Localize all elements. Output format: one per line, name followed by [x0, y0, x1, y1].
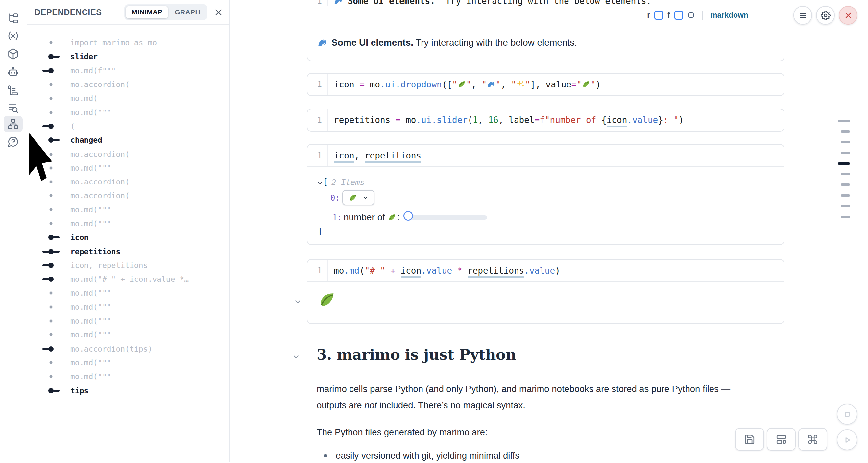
stop-button[interactable]	[837, 404, 858, 425]
scroll-dash[interactable]	[841, 205, 850, 207]
tuple-index-0: 0:	[331, 193, 340, 203]
scroll-dash[interactable]	[841, 141, 850, 143]
code-editor[interactable]: 1 repetitions = mo.ui.slider(1, 16, labe…	[307, 109, 784, 131]
close-icon	[843, 10, 853, 21]
minimap-item[interactable]: mo.md("""	[27, 161, 229, 175]
format-checkbox[interactable]	[674, 11, 683, 20]
minimap-item[interactable]: icon, repetitions	[27, 258, 229, 272]
code-editor[interactable]: 1 mo.md("# " + icon.value * repetitions.…	[307, 260, 784, 282]
minimap-item[interactable]: tips	[27, 383, 229, 397]
wave-emoji	[317, 38, 332, 48]
scroll-dash[interactable]	[841, 216, 850, 218]
rail-dependency-graph-button[interactable]	[4, 116, 23, 132]
info-icon[interactable]	[687, 11, 695, 19]
layout-button[interactable]	[767, 428, 796, 451]
minimap-item[interactable]: mo.accordion(	[27, 189, 229, 203]
next-cell-top-edge	[312, 462, 786, 462]
collapse-output-chevron-icon[interactable]	[293, 298, 302, 306]
close-panel-button[interactable]	[214, 8, 223, 17]
wave-emoji	[334, 0, 343, 6]
dependency-marker-both-icon	[40, 245, 62, 258]
rail-outline-search-button[interactable]	[4, 100, 23, 116]
slider-track[interactable]	[405, 215, 487, 220]
keyboard-shortcuts-button[interactable]	[798, 428, 827, 451]
minimap-item[interactable]: mo.md("# " + icon.value *…	[27, 272, 229, 286]
minimap-item[interactable]: mo.md(	[27, 91, 229, 105]
minimap-item[interactable]: mo.accordion(	[27, 175, 229, 189]
scroll-dash-current[interactable]	[838, 162, 850, 165]
code-line[interactable]: mo.md("# " + icon.value * repetitions.va…	[328, 266, 560, 276]
minimap-item[interactable]: mo.accordion(	[27, 78, 229, 91]
floppy-icon	[744, 434, 755, 445]
minimap-item[interactable]: mo.accordion(tips)	[27, 342, 229, 356]
minimap-item-label: icon, repetitions	[70, 261, 148, 270]
minimap-item[interactable]: mo.md("""	[27, 286, 229, 300]
minimap-item[interactable]: mo.md("""	[27, 217, 229, 230]
minimap-item[interactable]: mo.md("""	[27, 328, 229, 342]
rail-ai-assistant-button[interactable]	[4, 64, 23, 80]
minimap-item[interactable]: mo.md("""	[27, 356, 229, 370]
code-line[interactable]: icon = mo.ui.dropdown(["", "", ""], valu…	[328, 80, 601, 89]
scroll-dash[interactable]	[841, 194, 850, 197]
reactive-checkbox[interactable]	[654, 11, 663, 20]
tab-minimap[interactable]: MINIMAP	[126, 6, 168, 19]
minimap-item[interactable]: icon	[27, 230, 229, 244]
help-icon	[7, 136, 19, 148]
wave-emoji	[487, 80, 495, 89]
dependency-marker-none-icon	[40, 175, 62, 189]
minimap-item[interactable]: changed	[27, 133, 229, 147]
code-line[interactable]: Some UI elements. Try interacting with t…	[328, 0, 651, 6]
rail-variables-button[interactable]	[4, 28, 23, 44]
rail-help-button[interactable]	[4, 133, 23, 150]
minimap-item[interactable]: repetitions	[27, 244, 229, 258]
minimap-item[interactable]: mo.md("""	[27, 300, 229, 314]
minimap-item[interactable]: import marimo as mo	[27, 36, 229, 50]
scroll-dash[interactable]	[841, 184, 850, 186]
tab-graph[interactable]: GRAPH	[169, 6, 206, 19]
minimap-item[interactable]: mo.md("""	[27, 203, 229, 217]
code-line[interactable]: icon, repetitions	[328, 151, 421, 160]
settings-button[interactable]	[816, 6, 835, 25]
notebook-menu-button[interactable]	[794, 6, 812, 25]
rail-file-tree-button[interactable]	[4, 10, 23, 27]
minimap-item[interactable]: mo.md(f"""	[27, 64, 229, 78]
panel-title: DEPENDENCIES	[34, 7, 102, 17]
chevron-down-icon	[363, 195, 368, 200]
collapse-section-chevron-icon[interactable]	[292, 353, 300, 361]
markdown-language-badge[interactable]: markdown	[711, 11, 748, 20]
rail-logs-button[interactable]	[4, 82, 23, 99]
layout-icon	[776, 434, 787, 445]
minimap-item[interactable]: slider	[27, 50, 229, 63]
minimap-item-label: mo.accordion(	[70, 150, 129, 158]
scroll-dash[interactable]	[841, 173, 850, 175]
scroll-dash[interactable]	[841, 152, 850, 154]
tuple-index-1: 1:	[332, 213, 342, 222]
gear-icon	[820, 10, 831, 21]
minimap-item[interactable]: (	[27, 119, 229, 133]
minimap-item[interactable]: mo.md("""	[27, 105, 229, 119]
scroll-dash[interactable]	[841, 130, 850, 132]
icon-dropdown-widget[interactable]	[342, 190, 374, 205]
scroll-dash[interactable]	[838, 120, 850, 122]
minimap-item[interactable]: mo.md("""	[27, 314, 229, 328]
dependency-marker-none-icon	[40, 314, 62, 328]
code-editor[interactable]: 1 icon = mo.ui.dropdown(["", "", ""], va…	[307, 74, 784, 95]
slider-thumb[interactable]	[403, 211, 413, 221]
save-button[interactable]	[735, 428, 764, 451]
minimap-item[interactable]: mo.accordion(	[27, 147, 229, 161]
code-line[interactable]: repetitions = mo.ui.slider(1, 16, label=…	[328, 115, 684, 125]
code-editor[interactable]: 1 icon, repetitions	[307, 145, 784, 167]
minimap-item-label: tips	[70, 387, 88, 395]
minimap-item-label: mo.md("# " + icon.value *…	[70, 275, 189, 283]
leaf-emoji	[582, 80, 590, 89]
code-editor[interactable]: 1 Some UI elements. Try interacting with…	[307, 0, 784, 7]
run-button[interactable]	[837, 429, 858, 450]
minimap-item[interactable]: mo.md("""	[27, 370, 229, 383]
leaf-emoji	[457, 80, 466, 89]
dependency-marker-none-icon	[40, 147, 62, 161]
dependency-marker-in-icon	[40, 119, 62, 133]
shutdown-button[interactable]	[839, 6, 858, 25]
minimap-item-label: mo.md("""	[70, 331, 112, 339]
collapse-tree-chevron-icon[interactable]	[317, 180, 323, 186]
rail-packages-button[interactable]	[4, 46, 23, 62]
